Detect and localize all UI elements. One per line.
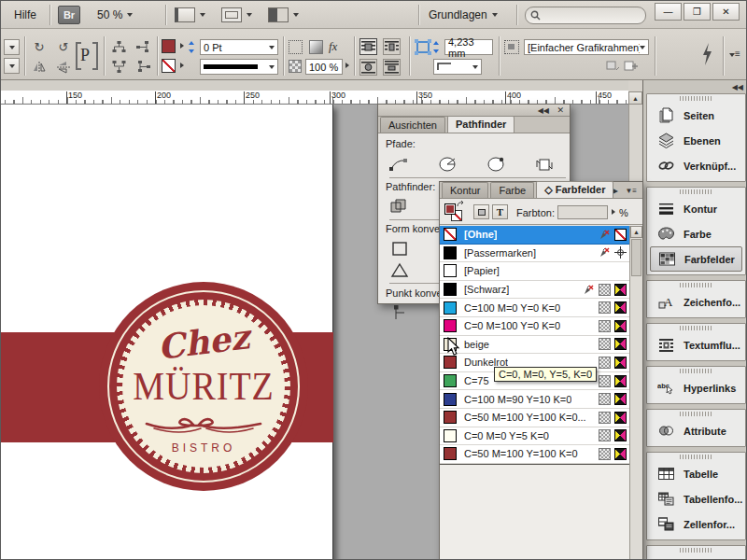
swatch-scroll-thumb[interactable] (631, 239, 641, 276)
wrap-none-button[interactable] (359, 38, 377, 55)
clear-overrides-icon[interactable] (606, 61, 620, 72)
menu-hilfe[interactable]: Hilfe (14, 8, 36, 21)
corner-shape-select[interactable] (433, 59, 482, 75)
bridge-button[interactable]: Br (58, 6, 80, 24)
org-right-icon[interactable] (134, 59, 152, 75)
stroke-color-swatch[interactable] (162, 59, 176, 73)
swatch-row[interactable]: beige (440, 336, 629, 355)
dock-group-grip[interactable] (647, 410, 745, 418)
horizontal-ruler[interactable]: 150200250300350400450 (1, 91, 628, 105)
dock-group-grip[interactable] (647, 546, 745, 554)
wrap-bounding-button[interactable] (383, 38, 401, 55)
swatches-panel-menu-icon[interactable]: ▼≡ (625, 186, 637, 196)
swatch-row[interactable]: C=0 M=0 Y=5 K=0 (440, 427, 629, 446)
search-box[interactable] (525, 7, 646, 24)
swatch-row[interactable]: C=0 M=100 Y=0 K=0 (440, 317, 629, 336)
flip-vertical-icon[interactable] (54, 59, 73, 75)
convert-rectangle-icon[interactable] (388, 239, 411, 258)
swatch-row[interactable]: C=50 M=100 Y=100 K=0... (440, 409, 629, 427)
org-down-icon[interactable] (109, 39, 128, 55)
opacity-checker-icon[interactable] (289, 60, 302, 73)
maximize-button[interactable]: ❒ (684, 3, 711, 21)
stroke-weight-select[interactable]: 0 Pt (200, 39, 278, 55)
pathfinder-tab-ausrichten[interactable]: Ausrichten (380, 117, 445, 133)
swatches-tab-farbfelder[interactable]: ◇ Farbfelder (536, 181, 613, 198)
close-path-icon[interactable] (485, 155, 507, 174)
frame-width-input[interactable]: 4,233 mm (444, 39, 493, 55)
scroll-up-button[interactable]: ▲ (628, 91, 642, 105)
sidebar-item-textumflu[interactable]: Textumflu... (647, 332, 745, 357)
document-page[interactable]: Chez MÜRITZ BISTRO (1, 105, 333, 560)
org-left-icon[interactable] (134, 39, 152, 55)
formatting-text-button[interactable]: T (492, 204, 508, 219)
rotate-cw-icon[interactable]: ↻ (30, 39, 49, 55)
org-up-icon[interactable] (109, 59, 128, 75)
swatches-tab-kontur[interactable]: Kontur (442, 182, 488, 198)
swatch-scrollbar[interactable]: ▲ (629, 226, 642, 560)
collapse-dock-icon[interactable]: ◀◀ (732, 82, 743, 92)
swatch-row[interactable]: C=100 M=0 Y=0 K=0 (440, 299, 629, 317)
fill-flyout-icon[interactable] (180, 43, 184, 49)
formatting-container-button[interactable] (473, 204, 489, 219)
sidebar-item-absatzfor[interactable]: Absatzfor... (647, 554, 745, 560)
opacity-field[interactable]: 100 % (305, 59, 343, 75)
tint-slider-icon[interactable] (612, 209, 615, 215)
stroke-style-select[interactable] (200, 59, 278, 75)
workspace-switcher[interactable]: Grundlagen (429, 8, 498, 21)
sidebar-item-farbfelder[interactable]: Farbfelder (650, 246, 742, 272)
sidebar-item-tabelle[interactable]: Tabelle (647, 461, 745, 486)
wrap-shape-button[interactable] (359, 59, 377, 76)
swatch-row[interactable]: [Papier] (440, 262, 629, 281)
tint-input[interactable] (557, 205, 608, 219)
minimize-button[interactable]: — (655, 3, 682, 21)
join-path-icon[interactable] (388, 155, 410, 174)
effects-button[interactable]: fx (329, 39, 337, 54)
swatches-tab-farbe[interactable]: Farbe (490, 182, 534, 198)
sidebar-item-zeichenfo[interactable]: AZeichenfo... (647, 289, 745, 315)
sidebar-item-ebenen[interactable]: Ebenen (647, 128, 745, 153)
swatch-row[interactable]: [Schwarz] (440, 281, 629, 300)
sidebar-item-tabellenfo[interactable]: Tabellenfo... (647, 486, 745, 511)
sidebar-item-attribute[interactable]: Attribute (647, 418, 745, 443)
reverse-path-icon[interactable] (533, 155, 556, 174)
frame-fitting-icon[interactable] (415, 39, 431, 57)
sidebar-item-hyperlinks[interactable]: abcHyperlinks (647, 375, 745, 400)
stroke-weight-stepper[interactable] (189, 39, 199, 55)
bistro-badge-logo[interactable]: Chez MÜRITZ BISTRO (99, 282, 308, 491)
new-style-icon[interactable] (624, 61, 639, 72)
fill-color-swatch[interactable] (162, 39, 176, 53)
swatch-row[interactable]: C=100 M=90 Y=10 K=0 (440, 390, 629, 409)
dock-group-grip[interactable] (647, 453, 745, 461)
zoom-level-select[interactable]: 50 % (97, 8, 133, 21)
close-panel-icon[interactable]: ✕ (557, 105, 564, 116)
swap-fill-stroke-icon[interactable] (457, 201, 465, 208)
swatch-scroll-up-icon[interactable]: ▲ (630, 226, 642, 238)
pathfinder-tab-pathfinder[interactable]: Pathfinder (447, 116, 514, 133)
dock-group-grip[interactable] (647, 281, 745, 289)
arrange-documents-button[interactable] (268, 7, 299, 22)
convert-corner-point-icon[interactable] (388, 303, 411, 322)
collapse-panel-icon[interactable]: ◀◀ (538, 105, 549, 116)
swatch-row[interactable]: C=50 M=100 Y=100 K=0 (440, 445, 629, 464)
object-style-icon[interactable] (504, 40, 519, 54)
rotate-ccw-icon[interactable]: ↺ (54, 39, 73, 55)
opacity-flyout-icon[interactable] (345, 63, 349, 68)
object-style-select[interactable]: [Einfacher Grafikrahmen]+ (524, 39, 649, 55)
stroke-flyout-icon[interactable] (180, 63, 184, 68)
sidebar-item-farbe[interactable]: Farbe (647, 221, 745, 246)
frame-width-stepper[interactable] (433, 39, 444, 55)
search-input[interactable] (541, 10, 634, 21)
close-button[interactable]: ✕ (712, 3, 740, 21)
swatch-row[interactable]: [Ohne] (440, 226, 629, 245)
gradient-icon[interactable] (309, 40, 323, 54)
dock-group-grip[interactable] (647, 367, 745, 375)
dock-group-grip[interactable] (647, 324, 745, 332)
screen-mode-button[interactable] (221, 7, 252, 22)
sidebar-item-seiten[interactable]: Seiten (647, 103, 745, 128)
sidebar-item-kontur[interactable]: Kontur (647, 196, 745, 221)
swatch-row[interactable]: [Passermarken] (440, 245, 629, 263)
sidebar-item-verknüpf[interactable]: Verknüpf... (647, 153, 745, 178)
dock-group-grip[interactable] (647, 94, 745, 103)
open-path-icon[interactable] (436, 155, 458, 174)
pathfinder-add-icon[interactable] (388, 197, 410, 216)
